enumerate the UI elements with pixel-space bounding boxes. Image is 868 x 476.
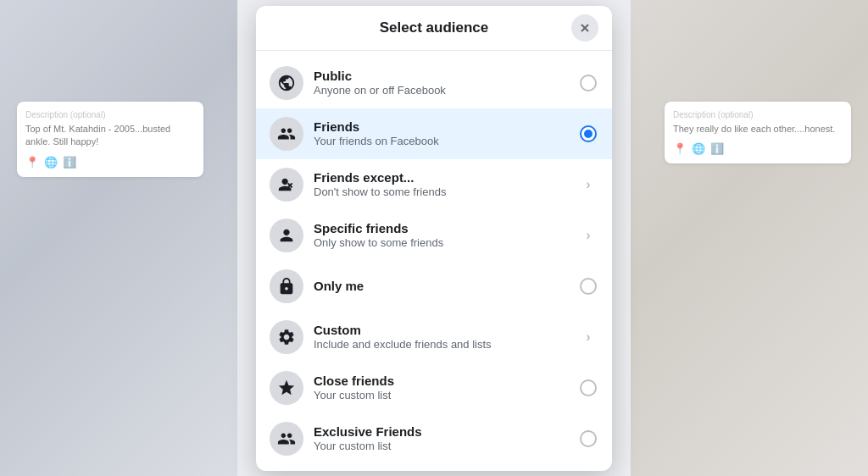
audience-option-public[interactable]: Public Anyone on or off Facebook <box>256 58 612 108</box>
friends-except-subtitle: Don't show to some friends <box>314 185 571 198</box>
public-text: Public Anyone on or off Facebook <box>314 69 571 97</box>
public-radio-button[interactable] <box>580 75 597 91</box>
only-me-text: Only me <box>314 279 571 293</box>
close-friends-title: Close friends <box>314 374 571 388</box>
close-friends-subtitle: Your custom list <box>314 389 571 401</box>
only-me-title: Only me <box>314 279 571 293</box>
friends-except-text: Friends except... Don't show to some fri… <box>314 170 571 198</box>
specific-friends-chevron: › <box>578 228 598 243</box>
friends-icon-circle <box>270 117 303 151</box>
modal-title: Select audience <box>380 19 489 36</box>
only-me-radio-button[interactable] <box>580 278 597 295</box>
public-icon-circle <box>270 66 303 100</box>
chevron-right-icon: › <box>586 177 590 192</box>
globe-icon <box>277 74 296 92</box>
audience-option-custom[interactable]: Custom Include and exclude friends and l… <box>256 312 612 363</box>
star-icon <box>277 379 296 397</box>
modal-overlay: Select audience Public Anyone on or off … <box>0 0 868 476</box>
public-subtitle: Anyone on or off Facebook <box>314 84 571 97</box>
custom-subtitle: Include and exclude friends and lists <box>314 338 571 351</box>
public-title: Public <box>314 69 571 83</box>
exclusive-friends-icon-circle <box>270 422 303 456</box>
custom-title: Custom <box>314 323 571 337</box>
custom-icon-circle <box>270 320 303 354</box>
public-radio[interactable] <box>578 75 598 91</box>
gear-icon <box>277 328 296 346</box>
audience-option-only-me[interactable]: Only me <box>256 261 612 312</box>
only-me-icon-circle <box>270 269 303 303</box>
modal-header: Select audience <box>256 6 612 51</box>
close-button[interactable] <box>571 14 598 42</box>
modal-body: Public Anyone on or off Facebook Friends… <box>256 51 612 471</box>
exclusive-friends-subtitle: Your custom list <box>314 440 571 452</box>
audience-option-friends-except[interactable]: Friends except... Don't show to some fri… <box>256 159 612 210</box>
custom-chevron: › <box>578 329 598 345</box>
close-friends-radio-button[interactable] <box>580 379 597 396</box>
friends-icon <box>277 125 296 143</box>
close-friends-text: Close friends Your custom list <box>314 374 571 401</box>
friends-except-title: Friends except... <box>314 170 571 185</box>
specific-friends-subtitle: Only show to some friends <box>314 236 571 249</box>
friends-title: Friends <box>314 119 571 134</box>
specific-friends-icon <box>277 226 296 245</box>
chevron-right-icon-3: › <box>586 329 590 345</box>
exclusive-friends-icon <box>277 429 296 448</box>
close-icon <box>578 21 592 35</box>
exclusive-friends-text: Exclusive Friends Your custom list <box>314 424 571 452</box>
audience-option-friends[interactable]: Friends Your friends on Facebook <box>256 108 612 159</box>
close-friends-icon-circle <box>270 371 303 405</box>
exclusive-friends-title: Exclusive Friends <box>314 424 571 439</box>
friends-except-chevron: › <box>578 177 598 192</box>
custom-text: Custom Include and exclude friends and l… <box>314 323 571 351</box>
close-friends-radio[interactable] <box>578 379 598 396</box>
specific-friends-text: Specific friends Only show to some frien… <box>314 221 571 249</box>
audience-option-close-friends[interactable]: Close friends Your custom list <box>256 363 612 413</box>
audience-option-specific-friends[interactable]: Specific friends Only show to some frien… <box>256 210 612 261</box>
specific-friends-icon-circle <box>270 219 303 252</box>
friends-radio-button[interactable] <box>580 125 597 142</box>
select-audience-modal: Select audience Public Anyone on or off … <box>256 6 612 471</box>
chevron-right-icon-2: › <box>586 228 590 243</box>
audience-option-exclusive-friends[interactable]: Exclusive Friends Your custom list <box>256 413 612 464</box>
friends-except-icon <box>277 175 296 194</box>
friends-except-icon-circle <box>270 168 303 202</box>
only-me-radio[interactable] <box>578 278 598 295</box>
exclusive-friends-radio-button[interactable] <box>580 430 597 447</box>
friends-radio[interactable] <box>578 125 598 142</box>
friends-subtitle: Your friends on Facebook <box>314 135 571 147</box>
lock-icon <box>277 277 296 296</box>
friends-text: Friends Your friends on Facebook <box>314 119 571 147</box>
specific-friends-title: Specific friends <box>314 221 571 235</box>
exclusive-friends-radio[interactable] <box>578 430 598 447</box>
